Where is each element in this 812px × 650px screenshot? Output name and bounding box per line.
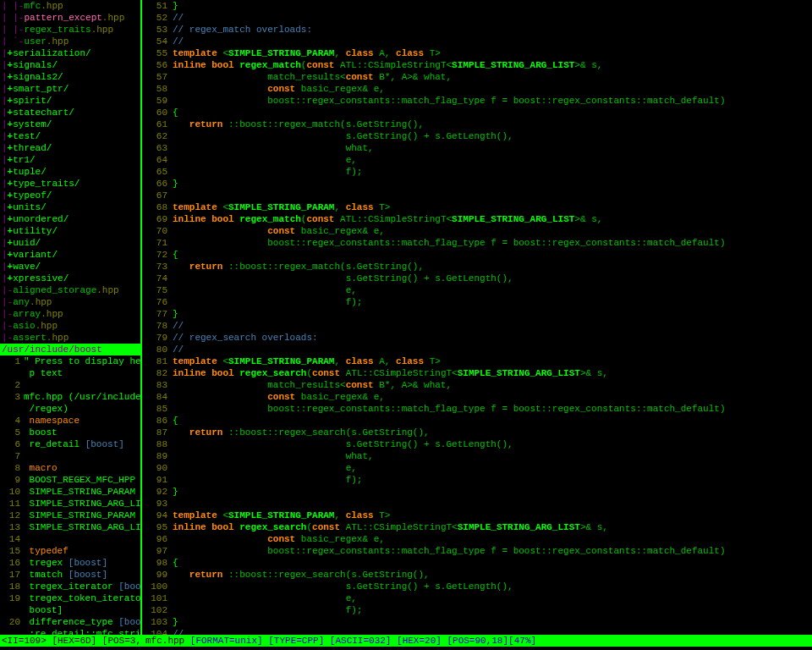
- tree-folder[interactable]: |+units/: [0, 201, 140, 213]
- code-line[interactable]: 91 f);: [142, 474, 812, 486]
- code-editor[interactable]: 51}52//53// regex_match overloads:54//55…: [142, 0, 812, 635]
- code-line[interactable]: 51}: [142, 0, 812, 12]
- code-line[interactable]: 62 s.GetString() + s.GetLength(),: [142, 130, 812, 142]
- tag-item[interactable]: 6 re_detail [boost]: [0, 438, 140, 450]
- code-line[interactable]: 101 e,: [142, 592, 812, 604]
- code-line[interactable]: 79// regex_search overloads:: [142, 332, 812, 344]
- tree-file[interactable]: | `-user.hpp: [0, 36, 140, 47]
- tree-folder[interactable]: |+uuid/: [0, 237, 140, 249]
- code-line[interactable]: 52//: [142, 12, 812, 24]
- code-line[interactable]: 104//: [142, 628, 812, 635]
- tag-item[interactable]: 5 boost: [0, 427, 140, 438]
- tree-folder[interactable]: |+signals2/: [0, 71, 140, 83]
- tag-item[interactable]: 2: [0, 379, 140, 391]
- code-line[interactable]: 94template <SIMPLE_STRING_PARAM, class T…: [142, 510, 812, 521]
- tag-item[interactable]: 3mfc.hpp (/usr/include/boost: [0, 391, 140, 403]
- code-line[interactable]: 58 const basic_regex& e,: [142, 83, 812, 95]
- tree-folder[interactable]: |+system/: [0, 118, 140, 130]
- code-line[interactable]: 60{: [142, 107, 812, 118]
- code-line[interactable]: 55template <SIMPLE_STRING_PARAM, class A…: [142, 47, 812, 59]
- tag-item[interactable]: 18 tregex_iterator [boost]: [0, 581, 140, 592]
- code-line[interactable]: 68template <SIMPLE_STRING_PARAM, class T…: [142, 201, 812, 213]
- tag-item[interactable]: 20 difference_type [boost:: [0, 616, 140, 628]
- tree-file[interactable]: | |-pattern_except.hpp: [0, 12, 140, 24]
- code-line[interactable]: 75 e,: [142, 284, 812, 296]
- tag-item[interactable]: p text: [0, 367, 140, 379]
- code-line[interactable]: 76 f);: [142, 296, 812, 308]
- code-line[interactable]: 72{: [142, 249, 812, 261]
- code-line[interactable]: 87 return ::boost::regex_search(s.GetStr…: [142, 427, 812, 438]
- code-line[interactable]: 96 const basic_regex& e,: [142, 533, 812, 545]
- tree-folder[interactable]: |+type_traits/: [0, 178, 140, 190]
- code-line[interactable]: 81template <SIMPLE_STRING_PARAM, class A…: [142, 355, 812, 367]
- code-line[interactable]: 98{: [142, 557, 812, 569]
- tag-item[interactable]: boost]: [0, 604, 140, 616]
- code-line[interactable]: 78//: [142, 320, 812, 332]
- tree-file[interactable]: |-array.hpp: [0, 308, 140, 320]
- tag-item[interactable]: :re_detail::mfc_string_out_|: [0, 628, 140, 635]
- code-line[interactable]: 65 f);: [142, 166, 812, 178]
- code-line[interactable]: 53// regex_match overloads:: [142, 24, 812, 36]
- code-line[interactable]: 90 e,: [142, 462, 812, 474]
- code-line[interactable]: 93: [142, 498, 812, 510]
- code-line[interactable]: 70 const basic_regex& e,: [142, 225, 812, 237]
- code-line[interactable]: 63 what,: [142, 142, 812, 154]
- code-line[interactable]: 95inline bool regex_search(const ATL::CS…: [142, 521, 812, 533]
- tag-item[interactable]: 10 SIMPLE_STRING_PARAM: [0, 486, 140, 498]
- file-tree[interactable]: | |-mfc.hpp| |-pattern_except.hpp| |-reg…: [0, 0, 140, 344]
- tag-item[interactable]: 14: [0, 533, 140, 545]
- code-line[interactable]: 54//: [142, 36, 812, 47]
- tag-list[interactable]: 1" Press to display hel p text23mfc.hpp …: [0, 355, 140, 635]
- tag-item[interactable]: 4 namespace: [0, 415, 140, 427]
- tag-item[interactable]: /regex): [0, 403, 140, 415]
- tree-folder[interactable]: |+tr1/: [0, 154, 140, 166]
- tree-folder[interactable]: |+spirit/: [0, 95, 140, 107]
- code-line[interactable]: 97 boost::regex_constants::match_flag_ty…: [142, 545, 812, 557]
- code-line[interactable]: 66}: [142, 178, 812, 190]
- code-line[interactable]: 56inline bool regex_match(const ATL::CSi…: [142, 59, 812, 71]
- tag-item[interactable]: 1" Press to display hel: [0, 355, 140, 367]
- tag-item[interactable]: 19 tregex_token_iterator [|: [0, 592, 140, 604]
- code-line[interactable]: 67: [142, 190, 812, 201]
- tag-item[interactable]: 15 typedef: [0, 545, 140, 557]
- code-line[interactable]: 80//: [142, 344, 812, 355]
- code-line[interactable]: 73 return ::boost::regex_match(s.GetStri…: [142, 261, 812, 273]
- tree-file[interactable]: |-any.hpp: [0, 296, 140, 308]
- tag-item[interactable]: 7: [0, 450, 140, 462]
- code-line[interactable]: 103}: [142, 616, 812, 628]
- code-line[interactable]: 85 boost::regex_constants::match_flag_ty…: [142, 403, 812, 415]
- tag-item[interactable]: 16 tregex [boost]: [0, 557, 140, 569]
- tree-folder[interactable]: |+smart_ptr/: [0, 83, 140, 95]
- tree-folder[interactable]: |+statechart/: [0, 107, 140, 118]
- code-line[interactable]: 102 f);: [142, 604, 812, 616]
- code-line[interactable]: 61 return ::boost::regex_match(s.GetStri…: [142, 118, 812, 130]
- code-line[interactable]: 59 boost::regex_constants::match_flag_ty…: [142, 95, 812, 107]
- tree-folder[interactable]: |+utility/: [0, 225, 140, 237]
- tree-file[interactable]: |-assert.hpp: [0, 332, 140, 344]
- code-line[interactable]: 92}: [142, 486, 812, 498]
- tree-folder[interactable]: |+xpressive/: [0, 273, 140, 284]
- tree-file[interactable]: |-aligned_storage.hpp: [0, 284, 140, 296]
- tree-folder[interactable]: |+variant/: [0, 249, 140, 261]
- code-line[interactable]: 86{: [142, 415, 812, 427]
- tag-item[interactable]: 9 BOOST_REGEX_MFC_HPP: [0, 474, 140, 486]
- tree-file[interactable]: |-asio.hpp: [0, 320, 140, 332]
- tree-folder[interactable]: |+tuple/: [0, 166, 140, 178]
- tree-folder[interactable]: |+test/: [0, 130, 140, 142]
- code-line[interactable]: 82inline bool regex_search(const ATL::CS…: [142, 367, 812, 379]
- code-line[interactable]: 77}: [142, 308, 812, 320]
- code-line[interactable]: 100 s.GetString() + s.GetLength(),: [142, 581, 812, 592]
- tree-folder[interactable]: |+typeof/: [0, 190, 140, 201]
- code-line[interactable]: 64 e,: [142, 154, 812, 166]
- tag-item[interactable]: 8 macro: [0, 462, 140, 474]
- tag-item[interactable]: 17 tmatch [boost]: [0, 569, 140, 581]
- code-line[interactable]: 83 match_results<const B*, A>& what,: [142, 379, 812, 391]
- code-line[interactable]: 99 return ::boost::regex_search(s.GetStr…: [142, 569, 812, 581]
- code-line[interactable]: 69inline bool regex_match(const ATL::CSi…: [142, 213, 812, 225]
- tree-folder[interactable]: |+serialization/: [0, 47, 140, 59]
- tag-item[interactable]: 13 SIMPLE_STRING_ARG_LIST: [0, 521, 140, 533]
- tree-folder[interactable]: |+wave/: [0, 261, 140, 273]
- code-line[interactable]: 89 what,: [142, 450, 812, 462]
- code-line[interactable]: 71 boost::regex_constants::match_flag_ty…: [142, 237, 812, 249]
- tag-item[interactable]: 11 SIMPLE_STRING_ARG_LIST: [0, 498, 140, 510]
